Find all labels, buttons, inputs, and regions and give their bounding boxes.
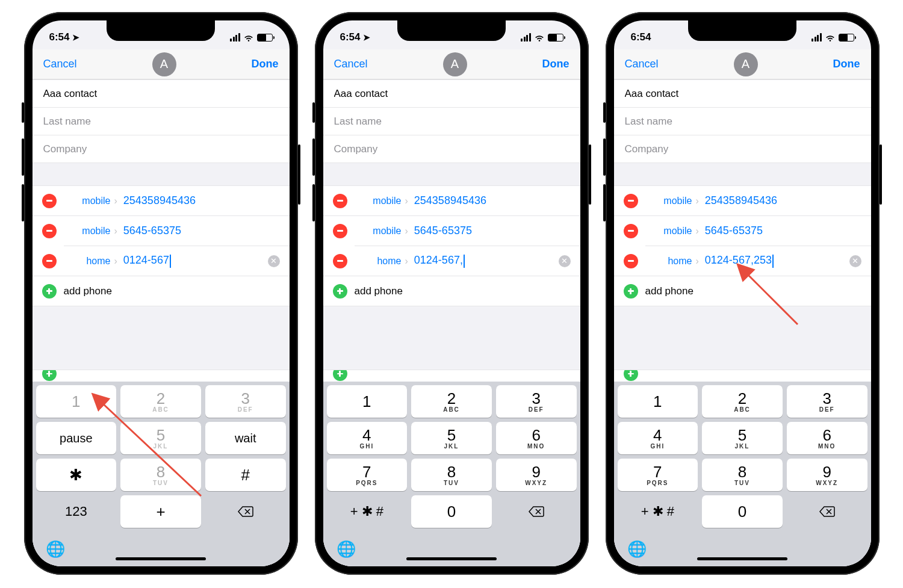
key-star[interactable]: ✱	[36, 459, 117, 491]
company-field[interactable]	[625, 143, 860, 155]
key-8[interactable]: 8TUV	[120, 459, 201, 491]
clear-icon[interactable]: ✕	[849, 255, 861, 267]
key-123[interactable]: 123	[36, 495, 117, 528]
phone-type[interactable]: home	[645, 256, 692, 267]
done-button[interactable]: Done	[252, 58, 279, 70]
home-indicator[interactable]	[116, 557, 206, 560]
cancel-button[interactable]: Cancel	[43, 58, 77, 70]
key-4[interactable]: 4GHI	[618, 422, 698, 454]
key-symbols[interactable]: + ✱ #	[327, 495, 408, 528]
key-3[interactable]: 3DEF	[787, 385, 867, 418]
signal-icon	[811, 33, 822, 42]
phone-type[interactable]: mobile	[64, 226, 111, 237]
first-name-field[interactable]	[625, 88, 860, 100]
phone-type[interactable]: mobile	[645, 226, 692, 237]
notch	[107, 20, 215, 41]
globe-icon[interactable]: 🌐	[627, 540, 647, 559]
clear-icon[interactable]: ✕	[268, 255, 280, 267]
key-5[interactable]: 5JKL	[120, 422, 201, 454]
first-name-field[interactable]	[334, 88, 569, 100]
key-backspace[interactable]	[496, 495, 577, 528]
key-5[interactable]: 5JKL	[702, 422, 783, 454]
key-6[interactable]: 6MNO	[496, 422, 577, 454]
key-1[interactable]: 1	[36, 385, 117, 418]
last-name-field[interactable]	[334, 116, 569, 128]
globe-icon[interactable]: 🌐	[46, 540, 65, 559]
key-9[interactable]: 9WXYZ	[787, 459, 867, 491]
phone-type[interactable]: mobile	[355, 226, 402, 237]
wifi-icon	[243, 33, 254, 42]
key-2[interactable]: 2ABC	[120, 385, 201, 418]
key-3[interactable]: 3DEF	[496, 385, 577, 418]
key-0[interactable]: 0	[411, 495, 492, 528]
chevron-right-icon: ›	[405, 256, 408, 267]
phone-type[interactable]: home	[355, 256, 402, 267]
key-1[interactable]: 1	[618, 385, 698, 418]
key-8[interactable]: 8TUV	[411, 459, 492, 491]
phone-type[interactable]: mobile	[645, 196, 692, 206]
done-button[interactable]: Done	[833, 58, 860, 70]
add-phone-row[interactable]: add phone	[614, 276, 871, 306]
last-name-field[interactable]	[43, 116, 279, 128]
key-2[interactable]: 2ABC	[702, 385, 783, 418]
avatar[interactable]: A	[734, 52, 758, 76]
globe-icon[interactable]: 🌐	[337, 540, 356, 559]
key-backspace[interactable]	[787, 495, 867, 528]
add-icon	[42, 284, 57, 299]
phone-value[interactable]: 254358945436	[705, 194, 871, 207]
key-hash[interactable]: #	[205, 459, 286, 491]
add-phone-row[interactable]: add phone	[323, 276, 580, 306]
phone-value[interactable]: 0124-567,253	[705, 254, 849, 267]
delete-icon[interactable]	[624, 254, 638, 268]
delete-icon[interactable]	[333, 254, 347, 268]
battery-icon	[548, 34, 563, 42]
key-plus[interactable]: +	[120, 495, 201, 528]
key-2[interactable]: 2ABC	[411, 385, 492, 418]
delete-icon[interactable]	[333, 224, 347, 238]
key-backspace[interactable]	[205, 495, 286, 528]
key-pause[interactable]: pause	[36, 422, 117, 454]
key-8[interactable]: 8TUV	[702, 459, 783, 491]
add-phone-row[interactable]: add phone	[33, 276, 290, 306]
delete-icon[interactable]	[42, 194, 57, 208]
avatar[interactable]: A	[152, 52, 176, 76]
first-name-field[interactable]	[43, 88, 279, 100]
home-indicator[interactable]	[406, 557, 497, 560]
clear-icon[interactable]: ✕	[559, 255, 571, 267]
key-wait[interactable]: wait	[205, 422, 286, 454]
delete-icon[interactable]	[42, 254, 57, 268]
company-field[interactable]	[43, 143, 279, 155]
cancel-button[interactable]: Cancel	[625, 58, 659, 70]
phone-value[interactable]: 5645-65375	[414, 224, 580, 237]
company-field[interactable]	[334, 143, 569, 155]
delete-icon[interactable]	[333, 194, 347, 208]
phone-value[interactable]: 254358945436	[123, 194, 290, 207]
phone-value[interactable]: 0124-567	[123, 254, 268, 267]
key-symbols[interactable]: + ✱ #	[618, 495, 698, 528]
key-9[interactable]: 9WXYZ	[496, 459, 577, 491]
phone-type[interactable]: home	[64, 256, 111, 267]
phone-value[interactable]: 0124-567,	[414, 254, 559, 267]
delete-icon[interactable]	[624, 194, 638, 208]
delete-icon[interactable]	[624, 224, 638, 238]
done-button[interactable]: Done	[542, 58, 569, 70]
delete-icon[interactable]	[42, 224, 57, 238]
phone-value[interactable]: 5645-65375	[705, 224, 871, 237]
last-name-field[interactable]	[625, 116, 860, 128]
phone-type[interactable]: mobile	[355, 196, 402, 206]
key-4[interactable]: 4GHI	[327, 422, 408, 454]
key-6[interactable]: 6MNO	[787, 422, 867, 454]
avatar[interactable]: A	[443, 52, 467, 76]
key-0[interactable]: 0	[702, 495, 783, 528]
phone-value[interactable]: 254358945436	[414, 194, 580, 207]
location-icon: ➤	[72, 32, 79, 42]
home-indicator[interactable]	[697, 557, 787, 560]
cancel-button[interactable]: Cancel	[334, 58, 368, 70]
phone-type[interactable]: mobile	[64, 196, 111, 206]
phone-value[interactable]: 5645-65375	[123, 224, 290, 237]
key-7[interactable]: 7PQRS	[618, 459, 698, 491]
key-7[interactable]: 7PQRS	[327, 459, 408, 491]
key-5[interactable]: 5JKL	[411, 422, 492, 454]
key-3[interactable]: 3DEF	[205, 385, 286, 418]
key-1[interactable]: 1	[327, 385, 408, 418]
